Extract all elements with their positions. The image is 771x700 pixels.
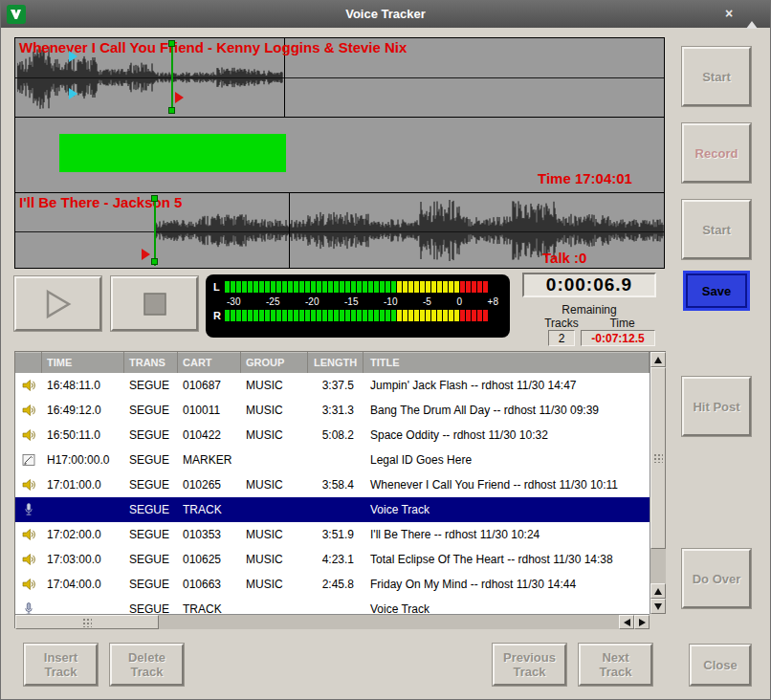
meter-scale-label: -30 bbox=[227, 296, 240, 307]
table-row-selected[interactable]: SEGUE TRACK Voice Track bbox=[15, 497, 650, 522]
row-trans: SEGUE bbox=[124, 528, 178, 541]
scroll-down-button[interactable] bbox=[650, 599, 666, 614]
table-row[interactable]: 17:02:00.0 SEGUE 010353 MUSIC 3:51.9 I'l… bbox=[15, 522, 650, 547]
start-track1-button[interactable]: Start bbox=[682, 47, 751, 106]
scroll-up-button-2[interactable] bbox=[650, 583, 666, 599]
play-icon bbox=[44, 289, 73, 319]
save-button[interactable]: Save bbox=[686, 273, 747, 308]
header-cart[interactable]: CART bbox=[178, 352, 241, 373]
segue-marker-icon[interactable] bbox=[142, 249, 150, 260]
meter-left-label: L bbox=[213, 281, 225, 293]
table-row[interactable]: 16:50:11.0 SEGUE 010422 MUSIC 5:08.2 Spa… bbox=[15, 423, 650, 448]
row-group: MUSIC bbox=[241, 478, 308, 492]
table-row[interactable]: 17:01:00.0 SEGUE 010265 MUSIC 3:58.4 Whe… bbox=[15, 472, 650, 497]
voice-track-region[interactable] bbox=[59, 134, 286, 172]
fade-marker-icon[interactable] bbox=[69, 51, 77, 62]
table-row[interactable]: 17:03:00.0 SEGUE 010625 MUSIC 4:23.1 Tot… bbox=[15, 547, 650, 572]
segue-marker-icon[interactable] bbox=[175, 92, 184, 103]
header-trans[interactable]: TRANS bbox=[124, 352, 178, 373]
speaker-icon bbox=[15, 527, 42, 542]
meter-scale-label: -5 bbox=[423, 296, 431, 307]
row-time: 17:01:00.0 bbox=[42, 478, 124, 492]
header-group[interactable]: GROUP bbox=[241, 352, 308, 373]
audio-meter: L -30 -25 -20 -15 -10 -5 0 +8 R bbox=[206, 274, 510, 338]
speaker-icon bbox=[15, 427, 42, 443]
row-title: Voice Track bbox=[363, 503, 650, 516]
table-row[interactable]: H17:00:00.0 SEGUE MARKER Legal ID Goes H… bbox=[15, 448, 650, 472]
hit-post-button[interactable]: Hit Post bbox=[682, 377, 751, 436]
table-row[interactable]: 17:04:00.0 SEGUE 010663 MUSIC 2:45.8 Fri… bbox=[15, 572, 650, 597]
scroll-up-button[interactable] bbox=[650, 352, 666, 367]
previous-track-button[interactable]: Previous Track bbox=[493, 644, 566, 686]
row-length: 3:31.3 bbox=[308, 404, 363, 417]
elapsed-time-display: 0:00:06.9 bbox=[522, 273, 656, 297]
speaker-icon bbox=[15, 403, 42, 418]
meter-scale: -30 -25 -20 -15 -10 -5 0 +8 bbox=[227, 295, 498, 307]
shade-icon[interactable] bbox=[743, 6, 760, 23]
record-button[interactable]: Record bbox=[682, 123, 751, 183]
scroll-right-button[interactable] bbox=[634, 615, 650, 629]
scrollbar-corner bbox=[650, 614, 666, 629]
row-cart: TRACK bbox=[178, 602, 241, 614]
header-length[interactable]: LENGTH bbox=[308, 352, 363, 373]
meter-scale-label: -10 bbox=[384, 296, 397, 307]
horizontal-scroll-thumb[interactable] bbox=[15, 615, 159, 629]
fade-marker-icon[interactable] bbox=[69, 88, 77, 99]
meter-scale-label: +8 bbox=[488, 296, 498, 307]
play-button[interactable] bbox=[14, 276, 101, 331]
close-button[interactable]: Close bbox=[690, 645, 751, 686]
do-over-button[interactable]: Do Over bbox=[682, 549, 751, 608]
table-row[interactable]: 16:49:12.0 SEGUE 010011 MUSIC 3:31.3 Ban… bbox=[15, 398, 650, 423]
track1-position-line[interactable] bbox=[171, 40, 173, 114]
remaining-time-label: Time bbox=[596, 317, 649, 330]
row-group: MUSIC bbox=[241, 428, 308, 442]
table-row[interactable]: SEGUE TRACK Voice Track bbox=[15, 597, 650, 614]
microphone-icon bbox=[15, 502, 42, 517]
row-title: Jumpin' Jack Flash -- rdhost 11/30 14:47 bbox=[363, 379, 650, 392]
row-trans: SEGUE bbox=[124, 404, 178, 417]
table-row[interactable]: 16:48:11.0 SEGUE 010687 MUSIC 3:37.5 Jum… bbox=[15, 373, 650, 398]
header-title[interactable]: TITLE bbox=[363, 352, 650, 373]
close-icon[interactable]: × bbox=[720, 6, 738, 23]
next-track-button[interactable]: Next Track bbox=[579, 644, 652, 686]
meter-scale-label: 0 bbox=[456, 296, 462, 307]
row-time: 17:04:00.0 bbox=[42, 578, 124, 591]
scroll-left-button[interactable] bbox=[619, 615, 634, 629]
meter-right-label: R bbox=[213, 310, 225, 321]
header-icon-column[interactable] bbox=[15, 352, 42, 373]
position-handle[interactable] bbox=[151, 258, 158, 265]
insert-track-button[interactable]: Insert Track bbox=[24, 644, 98, 686]
speaker-icon bbox=[15, 477, 42, 492]
row-trans: SEGUE bbox=[124, 478, 178, 492]
row-length: 4:23.1 bbox=[308, 553, 363, 566]
row-title: Bang The Drum All Day -- rdhost 11/30 09… bbox=[363, 404, 650, 417]
position-handle[interactable] bbox=[151, 195, 158, 202]
stop-button[interactable] bbox=[111, 276, 198, 331]
arrow-up-icon bbox=[654, 357, 662, 363]
vertical-scroll-thumb[interactable] bbox=[650, 367, 666, 549]
time-display-label: Time 17:04:01 bbox=[538, 170, 632, 186]
track2-position-line[interactable] bbox=[154, 195, 156, 266]
row-cart: MARKER bbox=[178, 453, 241, 467]
remaining-tracks-label: Tracks bbox=[537, 317, 586, 330]
row-group: MUSIC bbox=[241, 379, 308, 392]
start-track2-button[interactable]: Start bbox=[682, 200, 751, 259]
row-cart: 010625 bbox=[178, 553, 241, 566]
row-length: 5:08.2 bbox=[308, 428, 363, 442]
shade-triangle bbox=[746, 6, 758, 29]
row-cart: 010011 bbox=[178, 404, 241, 417]
delete-track-button[interactable]: Delete Track bbox=[110, 644, 184, 686]
row-cart: 010687 bbox=[178, 379, 241, 392]
vertical-scrollbar[interactable] bbox=[650, 352, 666, 614]
remaining-heading: Remaining bbox=[532, 303, 647, 317]
row-time: H17:00:00.0 bbox=[42, 453, 124, 467]
header-time[interactable]: TIME bbox=[42, 352, 124, 373]
row-length: 3:51.9 bbox=[308, 528, 363, 541]
horizontal-scrollbar[interactable] bbox=[15, 614, 650, 629]
row-cart: 010663 bbox=[178, 578, 241, 591]
waveform-panel[interactable]: Whenever I Call You Friend - Kenny Loggi… bbox=[14, 37, 665, 269]
band-divider bbox=[15, 117, 664, 118]
position-handle[interactable] bbox=[168, 107, 175, 114]
talk-display-label: Talk :0 bbox=[542, 250, 586, 266]
position-handle[interactable] bbox=[168, 40, 175, 47]
